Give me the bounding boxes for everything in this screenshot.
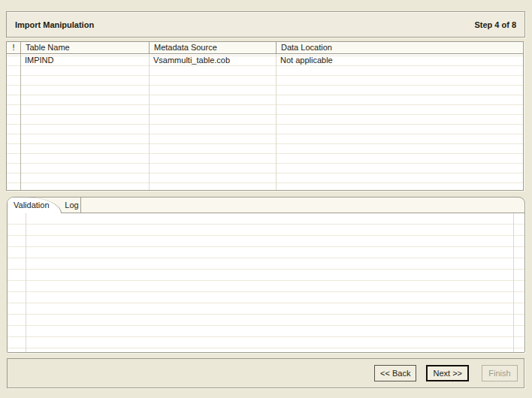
wizard-button-bar: << Back Next >> Finish (7, 358, 524, 388)
validation-panel (8, 213, 524, 352)
step-indicator: Step 4 of 8 (474, 20, 516, 29)
column-header-metadata-source[interactable]: Metadata Source (149, 42, 276, 53)
column-header-alert[interactable]: ! (7, 42, 20, 53)
cell-metadata-source: Vsammulti_table.cob (149, 54, 276, 66)
import-tables-grid: ! Table Name Metadata Source Data Locati… (6, 41, 524, 191)
cell-alert (7, 54, 20, 66)
back-button[interactable]: << Back (374, 365, 416, 381)
wizard-dialog: { "wizard": { "title": "Import Manipulat… (0, 0, 532, 398)
finish-button[interactable]: Finish (482, 365, 518, 381)
page-title: Import Manipulation (15, 20, 94, 29)
table-body: IMPIND Vsammulti_table.cob Not applicabl… (7, 54, 523, 190)
tab-bar: Validation Log (8, 197, 524, 213)
panel-column-divider-left (26, 213, 26, 352)
next-button[interactable]: Next >> (426, 365, 469, 381)
column-divider-metadata (149, 54, 150, 190)
table-row[interactable]: IMPIND Vsammulti_table.cob Not applicabl… (7, 54, 523, 66)
tab-log[interactable]: Log (63, 197, 80, 213)
table-header-row: ! Table Name Metadata Source Data Locati… (7, 42, 523, 54)
cell-data-location: Not applicable (276, 54, 523, 66)
column-header-data-location[interactable]: Data Location (276, 42, 523, 53)
tab-validation[interactable]: Validation (8, 197, 62, 213)
column-divider-alert (20, 54, 21, 190)
column-header-table-name[interactable]: Table Name (20, 42, 149, 53)
column-divider-location (276, 54, 277, 190)
wizard-header: Import Manipulation Step 4 of 8 (6, 11, 525, 38)
cell-table-name: IMPIND (20, 54, 149, 66)
validation-log-tabfolder: Validation Log (7, 197, 525, 353)
panel-column-divider-right (513, 213, 514, 352)
tab-divider (80, 197, 81, 213)
